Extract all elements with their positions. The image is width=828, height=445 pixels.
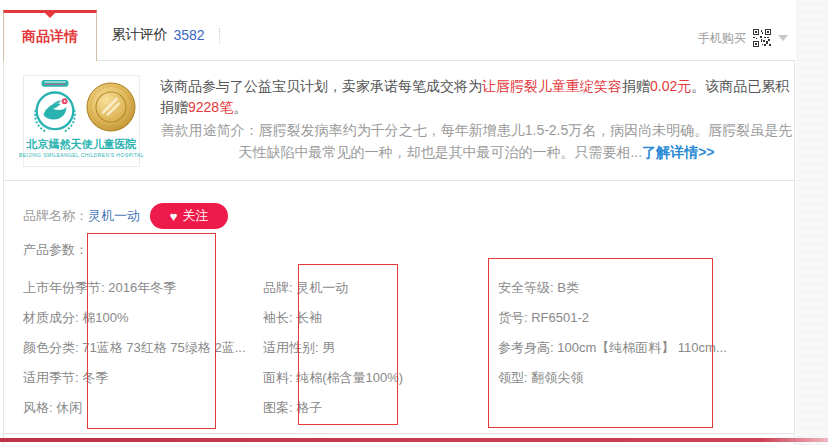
tab-product-detail-label: 商品详情 — [22, 28, 78, 46]
brand-label: 品牌名称： — [23, 207, 88, 225]
next-section-top-bar — [0, 438, 828, 442]
hospital-name-en: BEIJING SMILEANGEL CHILDREN'S HOSPITAL — [19, 152, 144, 158]
chevron-down-icon — [778, 35, 788, 41]
tab-reviews[interactable]: 累计评价 3582 — [97, 10, 219, 60]
qr-code-icon — [753, 29, 771, 47]
charity-hospital-logo: 北京嫣然天使儿童医院 BEIJING SMILEANGEL CHILDREN'S… — [23, 75, 140, 167]
annotation-box — [298, 264, 398, 425]
section-divider — [4, 180, 794, 181]
pledge-amount: 0.02元 — [650, 78, 691, 94]
charity-pledge-text: 该商品参与了公益宝贝计划，卖家承诺每笔成交将为让唇腭裂儿童重绽笑容捐赠0.02元… — [160, 76, 793, 118]
gold-medal-icon — [85, 81, 137, 133]
brand-name-link[interactable]: 灵机一动 — [88, 207, 140, 225]
follow-button[interactable]: ♥ 关注 — [150, 203, 228, 229]
mobile-buy-label: 手机购买 — [698, 30, 746, 47]
learn-more-link[interactable]: 了解详情>> — [642, 144, 714, 160]
smile-angel-emblem-icon — [27, 79, 83, 135]
heart-icon: ♥ — [170, 210, 178, 223]
pledge-part4: 。 — [233, 99, 247, 115]
active-tab-marker-icon — [45, 13, 55, 18]
annotation-box — [488, 258, 713, 428]
tab-reviews-label: 累计评价 — [111, 26, 167, 44]
follow-button-label: 关注 — [182, 207, 208, 225]
mobile-buy-dropdown[interactable]: 手机购买 — [698, 28, 788, 48]
pledge-total-count: 9228笔 — [188, 99, 233, 115]
hospital-name-cn: 北京嫣然天使儿童医院 — [27, 137, 137, 152]
params-title: 产品参数： — [23, 240, 88, 260]
pledge-part1: 该商品参与了公益宝贝计划，卖家承诺每笔成交将为 — [160, 78, 482, 94]
section-divider — [4, 433, 794, 434]
tab-product-detail[interactable]: 商品详情 — [3, 10, 97, 61]
reviews-count: 3582 — [173, 27, 204, 43]
pledge-cause: 让唇腭裂儿童重绽笑容 — [482, 78, 622, 94]
tab-separator — [219, 28, 220, 44]
charity-intro-text: 善款用途简介：唇腭裂发病率约为千分之七，每年新增患儿1.5-2.5万名，病因尚未… — [160, 119, 793, 163]
brand-row: 品牌名称： 灵机一动 ♥ 关注 — [23, 203, 140, 229]
logo-images — [27, 79, 137, 135]
pledge-part2: 捐赠 — [622, 78, 650, 94]
annotation-box — [87, 233, 216, 429]
page-background-strip — [796, 0, 828, 445]
